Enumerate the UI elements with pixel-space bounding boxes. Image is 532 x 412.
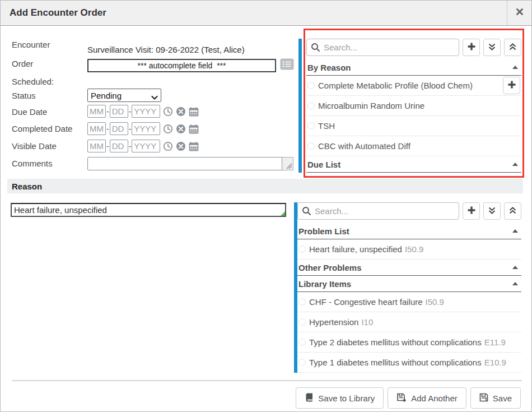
order-expand-all-button[interactable] xyxy=(483,39,501,56)
plus-icon xyxy=(467,42,476,53)
encounter-value: Surveillance Visit: 09-26-2022 (Test, Al… xyxy=(87,45,245,54)
icd-code: I10 xyxy=(361,317,373,327)
visible-date-month-input[interactable] xyxy=(87,140,106,152)
order-item-add-button[interactable] xyxy=(503,77,520,94)
completed-date-clear-icon[interactable] xyxy=(176,124,186,134)
reason-search-input[interactable] xyxy=(297,202,459,220)
scheduled-label: Scheduled: xyxy=(12,77,54,86)
icd-code: I50.9 xyxy=(426,297,444,307)
completed-date-year-input[interactable] xyxy=(132,122,160,135)
completed-date-day-input[interactable] xyxy=(110,122,128,135)
order-item[interactable]: Microalbumin Random Urine xyxy=(306,96,521,116)
due-date-month-input[interactable] xyxy=(87,105,106,118)
order-picker-panel: By Reason Complete Metabolic Profile (Bl… xyxy=(306,39,521,173)
reason-item[interactable]: Type 1 diabetes mellitus without complic… xyxy=(297,353,521,373)
order-autocomplete-input[interactable] xyxy=(87,59,276,72)
completed-date-time-icon[interactable] xyxy=(163,124,173,134)
radio-icon[interactable] xyxy=(307,142,315,150)
due-date-day-input[interactable] xyxy=(110,105,128,118)
save-button[interactable]: Save xyxy=(470,387,521,409)
section-other-problems[interactable]: Other Problems xyxy=(297,260,521,276)
double-chevron-down-icon xyxy=(488,206,496,216)
order-search-input[interactable] xyxy=(306,39,459,56)
completed-date-calendar-icon[interactable] xyxy=(189,124,199,134)
visible-date-calendar-icon[interactable] xyxy=(189,141,199,151)
reason-input[interactable] xyxy=(11,203,286,217)
add-encounter-order-dialog: Add Encounter Order Encounter Surveillan… xyxy=(0,0,532,412)
comments-resize-grip[interactable] xyxy=(282,157,293,170)
completed-date-month-input[interactable] xyxy=(87,122,106,135)
reason-item[interactable]: Type 2 diabetes mellitus without complic… xyxy=(297,332,521,353)
plus-icon xyxy=(507,80,516,91)
visible-date-fields: -- xyxy=(87,140,199,152)
save-plus-icon xyxy=(396,392,407,404)
radio-icon[interactable] xyxy=(307,122,315,129)
order-label: Order xyxy=(12,59,33,68)
icd-code: E11.9 xyxy=(484,337,506,347)
order-item[interactable]: TSH xyxy=(306,116,521,136)
icd-code: I50.9 xyxy=(405,244,423,254)
status-select[interactable]: Pending xyxy=(87,89,161,102)
due-date-clear-icon[interactable] xyxy=(176,107,186,117)
reason-resize-grip[interactable] xyxy=(281,211,285,216)
footer-divider xyxy=(12,380,522,381)
due-date-calendar-icon[interactable] xyxy=(189,107,199,117)
reason-item[interactable]: Heart failure, unspecified I50.9 xyxy=(297,239,521,260)
reason-picker-panel: Problem List Heart failure, unspecified … xyxy=(297,202,521,373)
radio-icon[interactable] xyxy=(298,246,306,253)
reason-add-button[interactable] xyxy=(463,202,480,220)
due-date-time-icon[interactable] xyxy=(163,107,173,117)
save-to-library-button[interactable]: Save to Library xyxy=(296,387,384,409)
visible-date-day-input[interactable] xyxy=(110,140,128,152)
reason-item[interactable]: Hypertension I10 xyxy=(297,312,521,332)
collapse-triangle-icon[interactable] xyxy=(512,163,518,166)
comments-label: Comments xyxy=(12,159,53,168)
order-item[interactable]: CBC with Automated Diff xyxy=(306,136,521,156)
close-icon xyxy=(516,8,524,18)
icd-code: E10.9 xyxy=(484,358,506,367)
double-chevron-down-icon xyxy=(488,43,496,53)
radio-icon[interactable] xyxy=(298,359,306,366)
section-due-list[interactable]: Due List xyxy=(306,156,521,173)
reason-item[interactable]: CHF - Congestive heart failure I50.9 xyxy=(297,292,521,312)
comments-input[interactable] xyxy=(87,157,282,170)
section-problem-list[interactable]: Problem List xyxy=(297,223,521,239)
status-label: Status xyxy=(12,91,36,100)
radio-icon[interactable] xyxy=(307,82,315,89)
plus-icon xyxy=(467,206,476,216)
reason-expand-all-button[interactable] xyxy=(483,202,501,220)
close-button[interactable] xyxy=(507,1,531,25)
order-item[interactable]: Complete Metabolic Profile (Blood Chem) xyxy=(306,76,521,96)
completed-date-label: Completed Date xyxy=(12,124,72,133)
due-date-label: Due Date xyxy=(12,107,47,117)
section-library-items[interactable]: Library Items xyxy=(297,276,521,292)
collapse-triangle-icon[interactable] xyxy=(512,229,518,233)
double-chevron-up-icon xyxy=(508,206,517,216)
double-chevron-up-icon xyxy=(508,43,517,53)
reason-collapse-all-button[interactable] xyxy=(504,202,521,220)
radio-icon[interactable] xyxy=(298,339,306,346)
radio-icon[interactable] xyxy=(307,102,315,109)
collapse-triangle-icon[interactable] xyxy=(512,282,518,285)
order-collapse-all-button[interactable] xyxy=(504,39,521,56)
radio-icon[interactable] xyxy=(298,318,306,326)
order-list-icon[interactable] xyxy=(280,58,294,70)
reason-section-header: Reason xyxy=(7,179,523,193)
collapse-triangle-icon[interactable] xyxy=(512,66,518,69)
due-date-fields: -- xyxy=(87,105,199,118)
encounter-label: Encounter xyxy=(12,40,50,49)
collapse-triangle-icon[interactable] xyxy=(512,266,518,269)
visible-date-year-input[interactable] xyxy=(132,140,160,152)
due-date-year-input[interactable] xyxy=(132,105,160,118)
visible-date-clear-icon[interactable] xyxy=(176,141,186,151)
order-add-button[interactable] xyxy=(463,39,480,56)
completed-date-fields: -- xyxy=(87,122,199,135)
dialog-title: Add Encounter Order xyxy=(10,7,106,18)
order-picker-accent-bar xyxy=(298,39,302,173)
dialog-header: Add Encounter Order xyxy=(1,1,531,26)
visible-date-time-icon[interactable] xyxy=(163,141,173,151)
add-another-button[interactable]: Add Another xyxy=(388,387,466,409)
radio-icon[interactable] xyxy=(298,298,306,305)
visible-date-label: Visible Date xyxy=(12,141,57,151)
section-by-reason[interactable]: By Reason xyxy=(306,59,521,76)
